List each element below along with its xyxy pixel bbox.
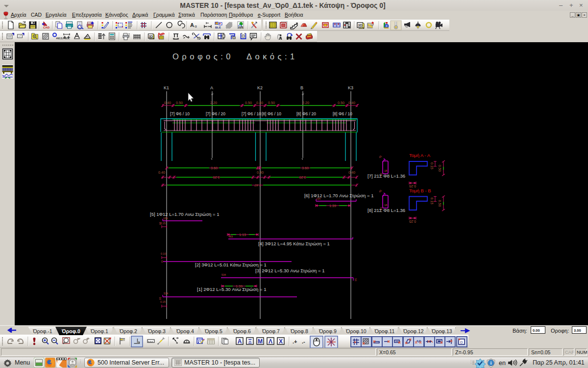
svg-text:.-: .-	[302, 339, 305, 344]
svg-text:Οροφος:0: Οροφος:0	[172, 52, 234, 61]
svg-text:BLE: BLE	[215, 26, 221, 29]
svg-text:0.50: 0.50	[268, 101, 275, 105]
svg-text:0.15: 0.15	[430, 198, 434, 205]
svg-text:534: 534	[221, 273, 226, 276]
svg-text:0.50: 0.50	[438, 165, 442, 172]
svg-text:[4] 3Φ12 L=4.95 Κάτω Στρώση =: [4] 3Φ12 L=4.95 Κάτω Στρώση = 1	[258, 241, 330, 246]
svg-text:[8] Φ6 / 10: [8] Φ6 / 10	[333, 111, 352, 116]
svg-text:[5] 1Φ12 L=1.70 Ανω Στρώση = 1: [5] 1Φ12 L=1.70 Ανω Στρώση = 1	[150, 211, 219, 217]
svg-text:0.40: 0.40	[257, 170, 264, 175]
svg-text:45: 45	[378, 189, 383, 193]
svg-text:0.15: 0.15	[430, 162, 434, 169]
svg-text:B: B	[300, 85, 303, 90]
svg-text:3.60: 3.60	[211, 166, 218, 170]
svg-text:0.40: 0.40	[256, 101, 263, 105]
svg-text:3D: 3D	[358, 24, 363, 27]
svg-text:154: 154	[163, 217, 168, 220]
svg-text:[2] 3Φ12 L=5.01 Κάτω Στρώση =: [2] 3Φ12 L=5.01 Κάτω Στρώση = 1	[195, 262, 267, 267]
svg-text:K2: K2	[257, 85, 263, 90]
svg-text:1.39: 1.39	[329, 204, 336, 208]
svg-text:A: A	[210, 85, 213, 90]
svg-text:0.15: 0.15	[160, 300, 166, 303]
svg-text:3.20: 3.20	[213, 175, 220, 180]
svg-text:Τομή Β - Β: Τομή Β - Β	[409, 188, 431, 193]
svg-text:18: 18	[384, 169, 387, 172]
svg-text:16: 16	[159, 297, 162, 300]
svg-text:[1] 2Φ12 L=5.30 Ανω Στρώση = 1: [1] 2Φ12 L=5.30 Ανω Στρώση = 1	[197, 287, 266, 292]
svg-text:0.40: 0.40	[348, 170, 355, 175]
svg-text:1.13: 1.13	[239, 233, 246, 237]
svg-text:[7] Φ6 / 20: [7] Φ6 / 20	[206, 111, 225, 116]
svg-text:[7] Φ6 / 10: [7] Φ6 / 10	[242, 111, 261, 116]
svg-text:M: M	[258, 338, 263, 345]
svg-text:.+: .+	[293, 339, 297, 344]
svg-text:CAD: CAD	[43, 26, 50, 29]
svg-text:[3] 2Φ12 L=5.30 Ανω Στρώση = 1: [3] 2Φ12 L=5.30 Ανω Στρώση = 1	[255, 268, 324, 273]
svg-text:i: i	[490, 361, 492, 366]
svg-text:bmp: bmp	[239, 26, 243, 29]
svg-text:Δοκός:1: Δοκός:1	[246, 52, 298, 61]
svg-text:α: α	[195, 24, 197, 28]
svg-text:K3: K3	[348, 85, 353, 90]
svg-text:ω: ω	[197, 37, 199, 40]
svg-text:A: A	[238, 338, 242, 345]
svg-text:45: 45	[378, 155, 383, 159]
svg-text:D: D	[161, 260, 163, 263]
svg-text:3D: 3D	[149, 35, 153, 38]
svg-text:0.40: 0.40	[164, 101, 171, 105]
svg-text:Λ: Λ	[269, 338, 272, 345]
svg-text:3.20: 3.20	[299, 175, 306, 180]
svg-text:0.50: 0.50	[176, 101, 183, 105]
svg-text:en: en	[499, 360, 506, 367]
svg-text:[8] 21Σ Φ8 L=1.36: [8] 21Σ Φ8 L=1.36	[368, 208, 405, 213]
svg-text:A: A	[190, 22, 194, 28]
svg-text:2.20: 2.20	[210, 101, 217, 105]
svg-text:[8] Φ6 / 10: [8] Φ6 / 10	[262, 111, 281, 116]
svg-text:7.47: 7.47	[254, 183, 261, 187]
svg-text:16: 16	[354, 278, 357, 281]
svg-text:0.50: 0.50	[438, 200, 442, 207]
svg-text:2.20: 2.20	[302, 101, 309, 105]
svg-text:0.10: 0.10	[161, 252, 166, 255]
svg-text:K1: K1	[164, 85, 169, 90]
svg-text:[6] 1Φ12 L=1.70 Ανω Στρώση = 1: [6] 1Φ12 L=1.70 Ανω Στρώση = 1	[304, 193, 373, 198]
svg-text:[7] Φ6 / 10: [7] Φ6 / 10	[170, 111, 190, 116]
svg-text:Ξ: Ξ	[248, 338, 252, 345]
svg-text:X: X	[279, 338, 283, 345]
svg-text:18: 18	[384, 204, 387, 207]
svg-text:3.60: 3.60	[302, 166, 309, 170]
svg-text:0.25: 0.25	[409, 219, 416, 224]
svg-text:Τομή Α - Α: Τομή Α - Α	[409, 153, 431, 158]
svg-text:0.40: 0.40	[158, 170, 165, 175]
svg-text:0.50: 0.50	[245, 101, 252, 105]
svg-text:Ω: Ω	[460, 341, 463, 344]
svg-text:[7] 21Σ Φ8 L=1.36: [7] 21Σ Φ8 L=1.36	[368, 173, 405, 179]
svg-text:534: 534	[164, 292, 168, 295]
svg-text:[8] Φ6 / 20: [8] Φ6 / 20	[296, 111, 316, 116]
svg-text:0.50: 0.50	[338, 101, 344, 105]
svg-text:0.40: 0.40	[348, 101, 355, 105]
svg-text:16: 16	[159, 222, 162, 225]
svg-text:154: 154	[316, 197, 320, 200]
